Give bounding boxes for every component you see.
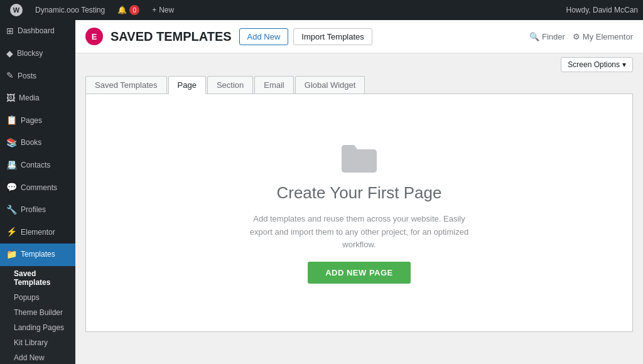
sidebar-submenu: Saved Templates Popups Theme Builder Lan… (0, 266, 75, 364)
elementor-link-icon: ⚙ (573, 32, 580, 41)
sidebar-item-label: Contacts (21, 160, 50, 171)
media-icon: 🖼 (6, 92, 15, 105)
screen-options-bar: Screen Options ▾ (75, 53, 643, 76)
elementor-logo: E (85, 28, 103, 45)
sidebar-item-label: Dashboard (18, 26, 55, 36)
tab-email[interactable]: Email (254, 76, 294, 94)
sidebar-item-contacts[interactable]: 📇 Contacts (0, 154, 75, 177)
sidebar-item-label: Media (19, 93, 40, 104)
add-new-page-button[interactable]: ADD NEW PAGE (308, 262, 411, 284)
admin-bar: W Dynamic.ooo Testing 🔔 0 + New Howdy, D… (0, 0, 643, 20)
wp-logo: W (10, 4, 23, 16)
submenu-kit-library[interactable]: Kit Library (0, 335, 75, 350)
admin-bar-left: W Dynamic.ooo Testing 🔔 0 + New (5, 0, 564, 20)
empty-state: Create Your First Page Add templates and… (246, 142, 472, 284)
content-area: E SAVED TEMPLATES Add New Import Templat… (75, 20, 643, 364)
plus-icon: + (152, 6, 156, 14)
site-name: Dynamic.ooo Testing (35, 6, 105, 14)
sidebar-item-label: Blocksy (17, 48, 43, 59)
elementor-icon: ⚡ (6, 226, 17, 238)
sidebar-item-templates[interactable]: 📁 Templates (0, 244, 75, 266)
sidebar-item-profiles[interactable]: 🔧 Profiles (0, 199, 75, 222)
finder-link[interactable]: 🔍 Finder (529, 32, 565, 41)
sidebar-item-label: Comments (21, 183, 57, 193)
header-right: 🔍 Finder ⚙ My Elementor (529, 32, 633, 41)
page-title: SAVED TEMPLATES (111, 29, 232, 44)
sidebar-item-comments[interactable]: 💬 Comments (0, 176, 75, 199)
add-new-button[interactable]: Add New (239, 28, 289, 45)
sidebar-item-blocksy[interactable]: ◆ Blocksy (0, 43, 75, 65)
sidebar-item-label: Templates (21, 249, 55, 260)
sidebar-item-label: Pages (21, 115, 42, 126)
main-layout: ⊞ Dashboard ◆ Blocksy ✎ Posts 🖼 Media 📋 … (0, 20, 643, 364)
sidebar-item-posts[interactable]: ✎ Posts (0, 65, 75, 87)
my-elementor-label: My Elementor (583, 32, 633, 41)
bell-icon: 🔔 (117, 6, 127, 14)
submenu-add-new[interactable]: Add New (0, 350, 75, 364)
sidebar-item-pages[interactable]: 📋 Pages (0, 109, 75, 132)
pages-icon: 📋 (6, 114, 17, 127)
folder-icon (340, 142, 378, 173)
new-item[interactable]: + New (147, 0, 179, 20)
page-header: E SAVED TEMPLATES Add New Import Templat… (75, 20, 643, 53)
wp-logo-item[interactable]: W (5, 0, 28, 20)
submenu-saved-templates[interactable]: Saved Templates (0, 266, 75, 290)
tabs-bar: Saved Templates Page Section Email Globa… (75, 76, 643, 94)
empty-state-description: Add templates and reuse them across your… (246, 213, 472, 252)
tab-section[interactable]: Section (207, 76, 253, 94)
new-label: New (159, 6, 174, 14)
contacts-icon: 📇 (6, 159, 17, 172)
notification-count: 0 (129, 5, 139, 15)
tab-content-area: Create Your First Page Add templates and… (85, 94, 633, 332)
submenu-popups[interactable]: Popups (0, 290, 75, 305)
screen-options-button[interactable]: Screen Options ▾ (561, 57, 633, 72)
screen-options-label: Screen Options (568, 60, 620, 69)
sidebar-item-label: Profiles (21, 205, 46, 215)
howdy-text: Howdy, David McCan (566, 6, 638, 14)
chevron-down-icon: ▾ (622, 60, 626, 69)
header-buttons: Add New Import Templates (239, 28, 372, 45)
my-elementor-link[interactable]: ⚙ My Elementor (573, 32, 633, 41)
sidebar-item-dashboard[interactable]: ⊞ Dashboard (0, 20, 75, 43)
tab-page[interactable]: Page (168, 76, 206, 94)
sidebar-item-elementor[interactable]: ⚡ Elementor (0, 221, 75, 244)
finder-label: Finder (542, 32, 565, 41)
profiles-icon: 🔧 (6, 204, 17, 217)
sidebar: ⊞ Dashboard ◆ Blocksy ✎ Posts 🖼 Media 📋 … (0, 20, 75, 364)
templates-icon: 📁 (6, 249, 17, 261)
sidebar-item-label: Posts (18, 71, 36, 82)
tab-global-widget[interactable]: Global Widget (295, 76, 365, 94)
sidebar-item-label: Books (21, 137, 41, 148)
empty-state-title: Create Your First Page (276, 183, 441, 203)
site-name-item[interactable]: Dynamic.ooo Testing (30, 0, 110, 20)
tab-saved-templates[interactable]: Saved Templates (85, 76, 167, 94)
search-icon: 🔍 (529, 32, 539, 41)
blocksy-icon: ◆ (6, 48, 13, 60)
submenu-landing-pages[interactable]: Landing Pages (0, 320, 75, 335)
sidebar-item-label: Elementor (21, 227, 55, 238)
notifications-item[interactable]: 🔔 0 (112, 0, 144, 20)
dashboard-icon: ⊞ (6, 25, 14, 38)
sidebar-item-books[interactable]: 📚 Books (0, 132, 75, 154)
books-icon: 📚 (6, 137, 17, 149)
sidebar-item-media[interactable]: 🖼 Media (0, 87, 75, 110)
admin-bar-right: Howdy, David McCan (566, 6, 638, 14)
comments-icon: 💬 (6, 181, 17, 194)
submenu-theme-builder[interactable]: Theme Builder (0, 305, 75, 320)
posts-icon: ✎ (6, 70, 14, 82)
import-templates-button[interactable]: Import Templates (293, 28, 372, 45)
